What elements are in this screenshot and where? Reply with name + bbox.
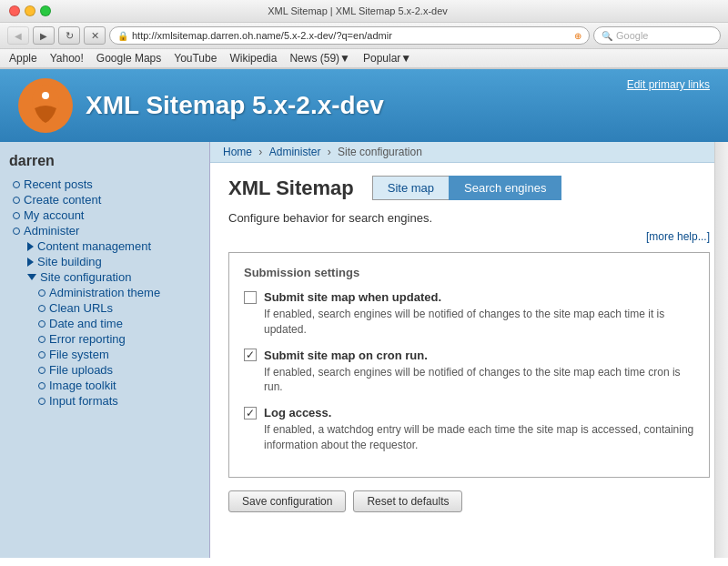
address-text: http://xmlsitemap.darren.oh.name/5.x-2.x… (132, 30, 574, 41)
sidebar-label: Clean URLs (49, 301, 113, 315)
forward-button[interactable]: ▶ (33, 26, 55, 45)
feed-icon: ⊕ (574, 31, 581, 41)
header-inner: XML Sitemap 5.x-2.x-dev (0, 78, 728, 142)
sidebar-item-administer[interactable]: Administer (9, 223, 200, 238)
search-bar[interactable]: 🔍 Google (593, 26, 721, 45)
refresh-button[interactable]: ↻ (58, 26, 80, 45)
setting-row-3: ✓ Log access. If enabled, a watchdog ent… (244, 406, 694, 453)
sidebar-item-site-configuration[interactable]: Site configuration (9, 269, 200, 285)
more-help-link[interactable]: [more help...] (646, 230, 710, 243)
bullet-icon (38, 320, 46, 328)
breadcrumb-administer[interactable]: Administer (269, 146, 321, 158)
browser-chrome: XML Sitemap | XML Sitemap 5.x-2.x-dev ◀ … (0, 0, 728, 69)
scrollbar[interactable] (714, 142, 728, 558)
minimize-button[interactable] (25, 5, 35, 16)
setting-desc-3: If enabled, a watchdog entry will be mad… (244, 422, 694, 453)
sidebar-label: Site configuration (40, 270, 131, 284)
sidebar-item-my-account[interactable]: My account (9, 207, 200, 223)
bullet-icon (38, 398, 46, 405)
back-button[interactable]: ◀ (7, 26, 29, 45)
sidebar-label: My account (24, 208, 84, 222)
setting-label-1: Submit site map when updated. (264, 290, 441, 304)
setting-desc-2: If enabled, search engines will be notif… (244, 365, 694, 396)
sidebar-label: Administration theme (49, 286, 160, 299)
maximize-button[interactable] (40, 5, 51, 16)
breadcrumb-home[interactable]: Home (223, 146, 252, 158)
breadcrumb-sep2: › (328, 146, 334, 158)
main-content: Home › Administer › Site configuration X… (209, 142, 728, 558)
bullet-icon (13, 227, 20, 235)
breadcrumb-current: Site configuration (338, 146, 422, 158)
sidebar-label: Recent posts (24, 177, 93, 191)
sidebar-item-clean-urls[interactable]: Clean URLs (9, 300, 200, 316)
setting-label-3: Log access. (264, 406, 331, 419)
page-header: XML Sitemap Site map Search engines (228, 176, 710, 200)
sidebar-label: Administer (24, 224, 79, 238)
checkmark-icon: ✓ (246, 349, 255, 361)
sidebar-item-error-reporting[interactable]: Error reporting (9, 331, 200, 347)
breadcrumb: Home › Administer › Site configuration (210, 142, 728, 163)
bullet-icon (38, 351, 46, 359)
settings-box: Submission settings Submit site map when… (228, 252, 710, 478)
sidebar-item-date-time[interactable]: Date and time (9, 316, 200, 331)
sidebar-item-recent-posts[interactable]: Recent posts (9, 177, 200, 192)
checkbox-log-access[interactable]: ✓ (244, 407, 257, 419)
checkbox-submit-when-updated[interactable] (244, 291, 257, 304)
sidebar-label: Input formats (49, 394, 118, 408)
setting-main-2: ✓ Submit site map on cron run. (244, 349, 694, 362)
stop-button[interactable]: ✕ (84, 26, 106, 45)
content-wrapper: darren Recent posts Create content My ac… (0, 142, 728, 558)
sidebar-item-site-building[interactable]: Site building (9, 254, 200, 269)
sidebar-nav: Recent posts Create content My account A… (9, 177, 200, 409)
bullet-icon (13, 197, 20, 204)
bullet-icon (38, 289, 46, 297)
bookmark-youtube[interactable]: YouTube (174, 52, 217, 65)
window-buttons (9, 5, 51, 16)
settings-section-title: Submission settings (244, 266, 694, 279)
save-configuration-button[interactable]: Save configuration (228, 490, 346, 512)
action-buttons: Save configuration Reset to defaults (228, 490, 710, 512)
browser-toolbar: ◀ ▶ ↻ ✕ 🔒 http://xmlsitemap.darren.oh.na… (0, 23, 728, 49)
page-title: XML Sitemap (228, 177, 354, 200)
main-wrapper: Edit primary links XML Sitemap 5.x-2.x-d… (0, 69, 728, 558)
search-placeholder: Google (616, 30, 648, 41)
edit-primary-links[interactable]: Edit primary links (627, 78, 710, 91)
bookmarks-bar: Apple Yahoo! Google Maps YouTube Wikiped… (0, 49, 728, 68)
bookmark-popular[interactable]: Popular▼ (363, 52, 411, 65)
setting-row-1: Submit site map when updated. If enabled… (244, 290, 694, 338)
sidebar-label: File uploads (49, 363, 113, 377)
sidebar-label: Content management (37, 239, 151, 253)
breadcrumb-sep: › (258, 146, 265, 158)
checkmark-icon: ✓ (246, 407, 255, 419)
sidebar-item-create-content[interactable]: Create content (9, 192, 200, 207)
tab-site-map[interactable]: Site map (372, 176, 449, 200)
close-button[interactable] (9, 5, 20, 16)
checkbox-submit-cron[interactable]: ✓ (244, 349, 257, 361)
sidebar-item-file-uploads[interactable]: File uploads (9, 362, 200, 378)
bookmark-googlemaps[interactable]: Google Maps (96, 52, 161, 65)
bullet-icon (38, 382, 46, 389)
bookmark-yahoo[interactable]: Yahoo! (50, 52, 84, 65)
sidebar-item-file-system[interactable]: File system (9, 347, 200, 362)
page-content-area: XML Sitemap Site map Search engines Conf… (210, 163, 728, 525)
sidebar-label: Site building (37, 255, 102, 268)
search-icon: 🔍 (602, 31, 612, 41)
page-description: Configure behavior for search engines. (228, 211, 710, 225)
sidebar-item-admin-theme[interactable]: Administration theme (9, 285, 200, 300)
bookmark-news[interactable]: News (59)▼ (289, 52, 350, 65)
sidebar-item-input-formats[interactable]: Input formats (9, 393, 200, 409)
more-help: [more help...] (228, 230, 710, 243)
bullet-icon (13, 212, 20, 219)
bookmark-item[interactable]: Apple (9, 52, 37, 65)
sidebar-label: Error reporting (49, 332, 126, 346)
sidebar-item-image-toolkit[interactable]: Image toolkit (9, 378, 200, 393)
tab-search-engines[interactable]: Search engines (449, 176, 561, 200)
bookmark-wikipedia[interactable]: Wikipedia (229, 52, 277, 65)
bullet-icon (38, 367, 46, 374)
sidebar-item-content-management[interactable]: Content management (9, 238, 200, 254)
address-bar[interactable]: 🔒 http://xmlsitemap.darren.oh.name/5.x-2… (109, 26, 590, 45)
reset-defaults-button[interactable]: Reset to defaults (353, 490, 462, 512)
setting-main-1: Submit site map when updated. (244, 290, 694, 304)
security-icon: 🔒 (117, 31, 128, 41)
setting-label-2: Submit site map on cron run. (264, 349, 428, 362)
